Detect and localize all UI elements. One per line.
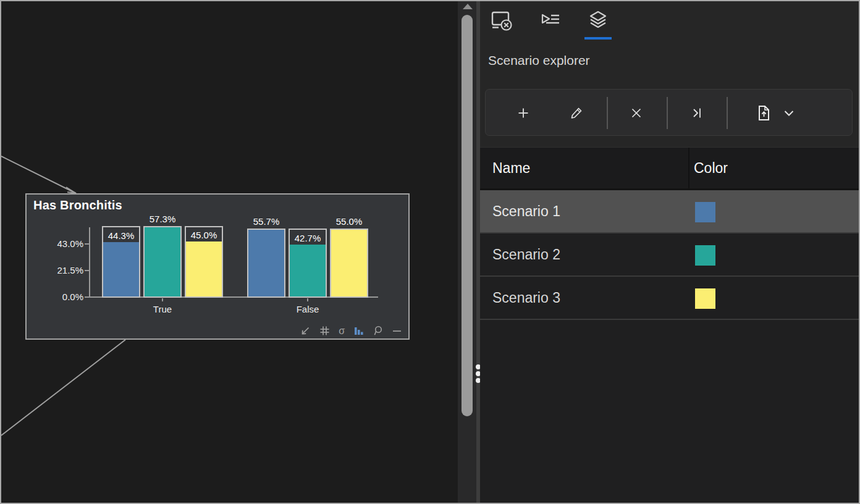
- tab-scenario-explorer[interactable]: [585, 7, 611, 40]
- minus-icon[interactable]: [392, 326, 402, 336]
- run-list-icon: [538, 10, 562, 32]
- node-mini-toolbar: σ: [300, 326, 402, 336]
- tab-run-list[interactable]: [537, 7, 563, 40]
- scenario-color-swatch[interactable]: [695, 288, 715, 309]
- scenario-row-3[interactable]: Scenario 3: [480, 277, 859, 320]
- export-file-icon: [756, 104, 772, 122]
- x-delete-icon: [629, 106, 644, 120]
- scenario-color-swatch[interactable]: [695, 202, 715, 222]
- scenario-table-header: Name Color: [480, 147, 859, 190]
- bar-value-label: 42.7%: [282, 233, 334, 244]
- export-dropdown-button[interactable]: [778, 101, 799, 125]
- y-tick-mark: [85, 243, 90, 245]
- scenario-name: Scenario 3: [492, 277, 560, 319]
- node-plot: 0.0%21.5%43.0%44.3%57.3%45.0%True55.7%42…: [27, 195, 408, 338]
- scrollbar-up-arrow-icon[interactable]: [463, 4, 473, 9]
- scenario-row-1[interactable]: Scenario 1: [480, 190, 859, 233]
- scenario-row-2[interactable]: Scenario 2: [480, 233, 859, 277]
- skip-to-end-icon: [689, 106, 704, 120]
- y-tick-label: 0.0%: [38, 291, 83, 303]
- bar-value-label: 55.0%: [323, 216, 375, 227]
- chevron-down-icon: [782, 106, 796, 120]
- y-axis-line: [89, 227, 90, 298]
- delete-scenario-button[interactable]: [624, 101, 649, 125]
- toolbar-divider: [667, 97, 668, 129]
- pencil-icon: [569, 106, 584, 120]
- scenario-explorer-panel: Scenario explorer: [480, 1, 859, 503]
- bar-outline: [143, 226, 182, 298]
- category-label: False: [283, 304, 332, 314]
- plus-icon: [516, 106, 531, 120]
- bar-value-label: 55.7%: [240, 216, 292, 227]
- resize-arrow-sw-icon[interactable]: [300, 326, 311, 336]
- y-tick-mark: [85, 296, 90, 298]
- add-scenario-button[interactable]: [511, 101, 536, 125]
- scrollbar-thumb[interactable]: [462, 15, 473, 416]
- network-canvas[interactable]: Has Bronchitis 0.0%21.5%43.0%44.3%57.3%4…: [1, 1, 458, 503]
- scenario-table: Name Color Scenario 1 Scenario 2 Scenari…: [480, 147, 859, 503]
- y-tick-label: 21.5%: [38, 264, 83, 277]
- zoom-icon[interactable]: [373, 326, 383, 336]
- x-tick-mark: [307, 298, 308, 301]
- skip-to-end-button[interactable]: [685, 101, 709, 125]
- node-has-bronchitis[interactable]: Has Bronchitis 0.0%21.5%43.0%44.3%57.3%4…: [25, 193, 410, 340]
- column-header-name[interactable]: Name: [492, 148, 530, 188]
- monitor-x-icon: [490, 10, 513, 32]
- scenario-name: Scenario 2: [492, 233, 560, 275]
- panel-tabs: [489, 7, 611, 40]
- bar-value-label: 45.0%: [178, 230, 230, 241]
- bar-value-label: 57.3%: [137, 214, 188, 225]
- panel-title: Scenario explorer: [488, 53, 590, 68]
- column-divider[interactable]: [688, 148, 689, 188]
- scenario-name: Scenario 1: [492, 190, 560, 232]
- bar-chart-icon[interactable]: [353, 326, 364, 336]
- export-scenarios-button[interactable]: [751, 101, 776, 125]
- column-header-color[interactable]: Color: [694, 148, 728, 188]
- y-tick-mark: [85, 270, 90, 271]
- scenario-toolbar: [485, 89, 853, 136]
- vertical-scrollbar[interactable]: [458, 1, 476, 503]
- bar-value-label: 44.3%: [95, 230, 147, 242]
- scenario-color-swatch[interactable]: [695, 245, 715, 266]
- tab-monitor[interactable]: [489, 7, 515, 40]
- category-label: True: [138, 304, 187, 314]
- bar-outline: [330, 229, 368, 298]
- app-window: Has Bronchitis 0.0%21.5%43.0%44.3%57.3%4…: [0, 0, 860, 504]
- y-tick-label: 43.0%: [38, 238, 83, 250]
- toolbar-divider: [607, 97, 608, 129]
- edit-scenario-button[interactable]: [564, 101, 589, 125]
- grid-icon[interactable]: [319, 326, 330, 336]
- bar-outline: [247, 229, 285, 298]
- sigma-icon[interactable]: σ: [339, 326, 345, 336]
- layers-icon: [586, 10, 610, 32]
- toolbar-divider: [727, 97, 728, 129]
- x-tick-mark: [162, 298, 163, 301]
